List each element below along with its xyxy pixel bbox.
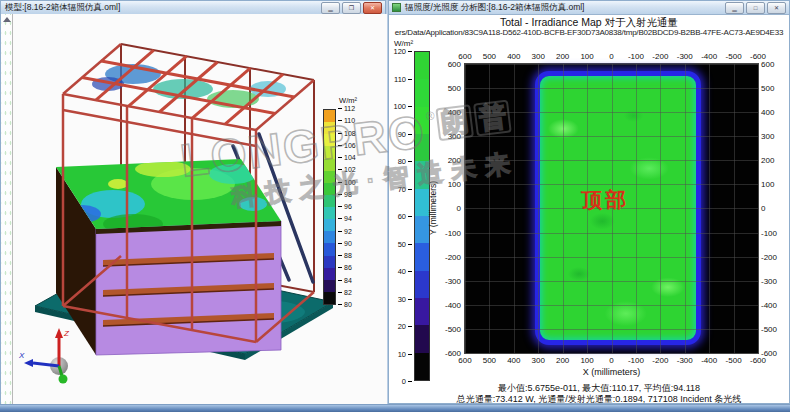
colorbar-segment <box>415 243 429 270</box>
tick-label: -600 <box>744 356 772 365</box>
colorbar-segment <box>324 110 335 122</box>
colorbar-segment <box>324 159 335 171</box>
colorbar-segment <box>324 183 335 195</box>
irradiance-window: 辐照度/光照度 分析图:[8.16-2箱体辐照仿真.oml] ▁ □ ✕ Tot… <box>388 0 790 404</box>
colorbar-segment <box>415 216 429 243</box>
y-axis-ticks-right: 6005004003002001000-100-200-300-400-500-… <box>760 64 790 361</box>
colorbar-segment <box>324 231 335 243</box>
tick-label: -200 <box>761 253 777 262</box>
close-button[interactable]: ✕ <box>767 2 786 14</box>
axis-triad: Z X <box>18 328 70 384</box>
irradiance-window-titlebar[interactable]: 辐照度/光照度 分析图:[8.16-2箱体辐照仿真.oml] ▁ □ ✕ <box>389 1 789 15</box>
irradiance-map-plot[interactable]: 顶部 <box>465 64 758 353</box>
colorbar-segment <box>324 292 335 304</box>
model-window-title: 模型:[8.16-2箱体辐照仿真.oml] <box>1 2 321 14</box>
x-axis-label: X <box>18 351 25 360</box>
tick-label: 100 <box>338 179 356 186</box>
tick-label: 84 <box>338 277 352 284</box>
tick-label: 200 <box>761 156 774 165</box>
colorbar-segment <box>415 52 429 79</box>
window-bottom-border <box>0 404 790 412</box>
tick-label: 100 <box>448 180 461 189</box>
y-axis-ball <box>59 375 68 384</box>
close-button[interactable]: ✕ <box>363 2 382 14</box>
colorbar-segment <box>415 134 429 161</box>
tick-label: -100 <box>445 229 461 238</box>
model-window-titlebar[interactable]: 模型:[8.16-2箱体辐照仿真.oml] ▁ ❐ ✕ <box>1 1 385 15</box>
tick-label: 120 <box>393 47 412 56</box>
colorbar-segment <box>324 243 335 255</box>
close-icon: ✕ <box>370 5 375 11</box>
tick-label: 40 <box>398 267 412 276</box>
tick-label: 0 <box>761 204 765 213</box>
tick-label: -500 <box>445 325 461 334</box>
chart-file-path: ers/Data/Application/83C9A118-D562-410D-… <box>389 28 789 37</box>
tick-label: 500 <box>448 84 461 93</box>
legend-unit-label: W/m² <box>313 96 357 105</box>
tick-label: -100 <box>761 229 777 238</box>
colorbar-segment <box>415 298 429 325</box>
tick-label: 100 <box>393 102 412 111</box>
z-axis-arrow <box>55 328 63 338</box>
tick-label: 50 <box>398 240 412 249</box>
tick-label: -200 <box>445 253 461 262</box>
colorbar-segment <box>324 256 335 268</box>
tick-label: 96 <box>338 203 352 210</box>
minimize-button[interactable]: ▁ <box>321 2 340 14</box>
tick-label: 400 <box>761 108 774 117</box>
tick-label: 0 <box>457 204 461 213</box>
tick-label: -600 <box>744 52 772 61</box>
colorbar-segment <box>415 107 429 134</box>
tick-label: 100 <box>761 180 774 189</box>
x-axis-arrow <box>24 359 33 367</box>
tick-label: -300 <box>761 277 777 286</box>
tick-label: 104 <box>338 154 356 161</box>
tick-label: 82 <box>338 289 352 296</box>
tick-label: 80 <box>338 301 352 308</box>
minimize-icon: ▁ <box>732 5 737 11</box>
colorbar-segment <box>324 195 335 207</box>
close-icon: ✕ <box>774 5 779 11</box>
side-scrollbar[interactable] <box>1 14 13 405</box>
tick-label: 98 <box>338 191 352 198</box>
tick-label: 86 <box>338 264 352 271</box>
model-window: 模型:[8.16-2箱体辐照仿真.oml] ▁ ❐ ✕ <box>0 0 386 404</box>
tick-label: 600 <box>448 60 461 69</box>
tick-label: 0 <box>402 377 412 386</box>
restore-icon: ❐ <box>349 5 354 11</box>
maximize-button[interactable]: □ <box>746 2 765 14</box>
colorbar-segment <box>324 171 335 183</box>
tick-label: -400 <box>761 301 777 310</box>
minimize-button[interactable]: ▁ <box>725 2 744 14</box>
tick-label: 500 <box>761 84 774 93</box>
colorbar-segment <box>415 353 429 380</box>
maximize-icon: □ <box>754 5 758 11</box>
tick-label: 112 <box>338 105 355 112</box>
irradiance-window-title: 辐照度/光照度 分析图:[8.16-2箱体辐照仿真.oml] <box>401 2 725 14</box>
tick-label: 110 <box>394 75 412 84</box>
tick-label: 88 <box>338 252 352 259</box>
tick-label: 300 <box>448 132 461 141</box>
colorbar-tick-labels: 1201101009080706050403020100 <box>389 51 412 389</box>
app-icon <box>392 3 401 12</box>
y-axis-ticks-left: 6005004003002001000-100-200-300-400-500-… <box>439 64 463 361</box>
colorbar-segment <box>415 271 429 298</box>
colorbar-segment <box>324 134 335 146</box>
scroll-up-icon[interactable] <box>3 17 11 22</box>
colorbar-segment <box>415 161 429 188</box>
tick-label: -400 <box>445 301 461 310</box>
tick-label: 106 <box>338 142 356 149</box>
restore-button[interactable]: ❐ <box>342 2 361 14</box>
tick-label: 102 <box>338 166 356 173</box>
tick-label: 30 <box>398 295 412 304</box>
tick-label: 300 <box>761 132 774 141</box>
tick-label: -300 <box>445 277 461 286</box>
tick-label: -500 <box>761 325 777 334</box>
colorbar-segment <box>324 268 335 280</box>
tick-label: 20 <box>398 322 412 331</box>
colorbar-segment <box>324 207 335 219</box>
tick-label: 10 <box>398 350 412 359</box>
colorbar-segment <box>324 219 335 231</box>
x-axis-title: X (millimeters) <box>465 367 758 377</box>
tick-label: 90 <box>398 130 412 139</box>
